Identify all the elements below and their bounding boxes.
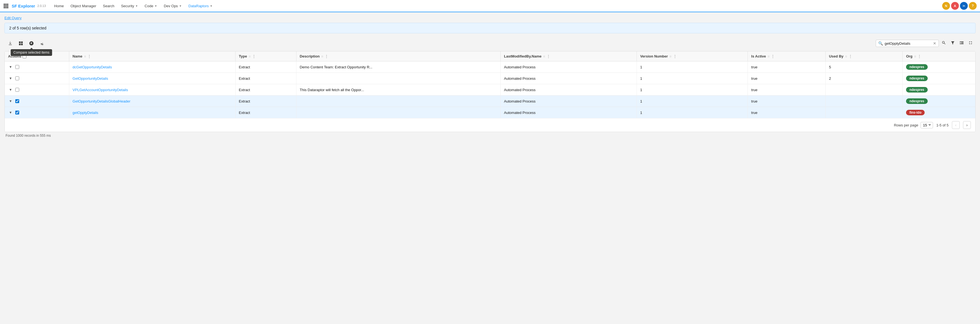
nav-security-chevron: ▼ bbox=[135, 5, 138, 8]
compare-tooltip-wrapper: Compare selected items bbox=[27, 39, 36, 48]
org-badge-2[interactable]: ndespres bbox=[906, 87, 928, 92]
col-name-label: Name bbox=[73, 54, 82, 58]
col-last-modified-label: LastModifiedBy.Name bbox=[504, 54, 541, 58]
cell-type-2: Extract bbox=[235, 84, 296, 95]
cell-version-4: 1 bbox=[636, 107, 748, 118]
col-description-label: Description bbox=[300, 54, 320, 58]
col-org-menu[interactable]: ⋮ bbox=[918, 54, 921, 58]
table-row: ▼ GetOpportunityDetails Extract Automate… bbox=[5, 73, 975, 84]
avatar-a[interactable]: A bbox=[951, 2, 959, 10]
col-type-menu[interactable]: ⋮ bbox=[252, 54, 256, 58]
filter-button[interactable] bbox=[949, 39, 957, 48]
row-expander-3[interactable]: ▼ bbox=[8, 98, 13, 104]
nav-home[interactable]: Home bbox=[51, 0, 67, 12]
row-checkbox-4[interactable] bbox=[15, 111, 19, 114]
nav-devops[interactable]: Dev Ops ▼ bbox=[161, 0, 185, 12]
col-description: Description ≡ ⋮ bbox=[296, 51, 500, 61]
cell-actions-0: ▼ bbox=[5, 61, 69, 73]
search-input[interactable] bbox=[885, 41, 931, 46]
row-checkbox-1[interactable] bbox=[15, 76, 19, 80]
cell-org-3: ndespres bbox=[903, 95, 975, 107]
org-badge-1[interactable]: ndespres bbox=[906, 76, 928, 81]
app-logo: SF Explorer bbox=[12, 3, 35, 8]
org-badge-0[interactable]: ndespres bbox=[906, 64, 928, 70]
selected-count: 2 of 5 row(s) selected bbox=[9, 26, 46, 30]
compare-button[interactable] bbox=[27, 39, 36, 48]
nav-search-label: Search bbox=[103, 4, 114, 8]
search-box: 🔍 ✕ bbox=[876, 40, 939, 47]
cell-description-3 bbox=[296, 95, 500, 107]
avatar-help[interactable]: ? bbox=[969, 2, 977, 10]
top-navigation: SF Explorer 2.0.13 Home Object Manager S… bbox=[0, 0, 980, 12]
row-checkbox-0[interactable] bbox=[15, 65, 19, 69]
nav-security[interactable]: Security ▼ bbox=[118, 0, 141, 12]
table-row: ▼ GetOpportunityDetailsGlobalHeader Extr… bbox=[5, 95, 975, 107]
col-is-active-menu[interactable]: ⋮ bbox=[771, 54, 775, 58]
cell-type-0: Extract bbox=[235, 61, 296, 73]
cell-is-active-2: true bbox=[748, 84, 826, 95]
row-checkbox-3[interactable] bbox=[15, 99, 19, 103]
grid-view-button[interactable] bbox=[16, 39, 25, 48]
cell-version-0: 1 bbox=[636, 61, 748, 73]
col-actions-label: Actions bbox=[8, 54, 21, 58]
avatar-n[interactable]: N bbox=[942, 2, 950, 10]
col-used-by-sep: ≡ bbox=[845, 54, 847, 58]
swap-button[interactable] bbox=[37, 39, 47, 48]
col-type-label: Type bbox=[239, 54, 247, 58]
search-clear-icon[interactable]: ✕ bbox=[933, 41, 936, 46]
col-used-by-menu[interactable]: ⋮ bbox=[849, 54, 852, 58]
rows-per-page-select[interactable]: 10 15 25 50 bbox=[921, 122, 933, 129]
avatar-linkedin[interactable]: in bbox=[960, 2, 968, 10]
svg-rect-3 bbox=[4, 5, 5, 7]
org-badge-4[interactable]: fins-ido bbox=[906, 110, 925, 115]
nav-code[interactable]: Code ▼ bbox=[142, 0, 160, 12]
org-badge-3[interactable]: ndespres bbox=[906, 98, 928, 104]
col-type-sep: ≡ bbox=[249, 54, 251, 58]
prev-page-button[interactable]: ‹ bbox=[952, 121, 960, 129]
nav-code-label: Code bbox=[145, 4, 153, 8]
row-expander-2[interactable]: ▼ bbox=[8, 87, 13, 92]
cell-is-active-3: true bbox=[748, 95, 826, 107]
toolbar: Compare selected items 🔍 ✕ bbox=[5, 37, 975, 50]
columns-button[interactable] bbox=[958, 39, 966, 48]
row-expander-1[interactable]: ▼ bbox=[8, 76, 13, 81]
nav-dataraptors-label: DataRaptors bbox=[189, 4, 209, 8]
pagination-info: 1-5 of 5 bbox=[936, 123, 948, 127]
cell-actions-4: ▼ bbox=[5, 107, 69, 118]
svg-rect-0 bbox=[4, 3, 5, 5]
svg-rect-2 bbox=[7, 3, 8, 5]
cell-last-modified-1: Automated Process bbox=[501, 73, 637, 84]
cell-type-3: Extract bbox=[235, 95, 296, 107]
cell-description-2: This Dataraptor will fetch all the Oppor… bbox=[296, 84, 500, 95]
cell-last-modified-3: Automated Process bbox=[501, 95, 637, 107]
main-content: Edit Query 2 of 5 row(s) selected Compar… bbox=[0, 12, 980, 143]
edit-query-link[interactable]: Edit Query bbox=[5, 16, 21, 20]
col-description-menu[interactable]: ⋮ bbox=[325, 54, 328, 58]
next-page-button[interactable]: › bbox=[963, 121, 971, 129]
cell-actions-2: ▼ bbox=[5, 84, 69, 95]
select-all-checkbox[interactable] bbox=[22, 54, 26, 58]
row-checkbox-2[interactable] bbox=[15, 88, 19, 92]
col-last-modified-menu[interactable]: ⋮ bbox=[547, 54, 550, 58]
row-expander-0[interactable]: ▼ bbox=[8, 64, 13, 70]
col-name-sep: ≡ bbox=[84, 54, 86, 58]
cell-description-4 bbox=[296, 107, 500, 118]
nav-object-manager[interactable]: Object Manager bbox=[68, 0, 99, 12]
grid-icon[interactable] bbox=[3, 3, 8, 8]
fullscreen-button[interactable] bbox=[967, 39, 974, 48]
download-button[interactable] bbox=[6, 39, 15, 48]
table-row: ▼ dcGetOpportunityDetails Extract Demo C… bbox=[5, 61, 975, 73]
nav-devops-chevron: ▼ bbox=[179, 5, 182, 8]
col-version-menu[interactable]: ⋮ bbox=[673, 54, 676, 58]
col-type: Type ≡ ⋮ bbox=[235, 51, 296, 61]
col-name-menu[interactable]: ⋮ bbox=[88, 54, 91, 58]
row-expander-4[interactable]: ▼ bbox=[8, 110, 13, 115]
search-submit-button[interactable] bbox=[940, 39, 948, 48]
rows-per-page-container: Rows per page 10 15 25 50 bbox=[894, 122, 933, 129]
col-name: Name ≡ ⋮ bbox=[69, 51, 235, 61]
cell-name-0: dcGetOpportunityDetails bbox=[69, 61, 235, 73]
nav-dataraptors[interactable]: DataRaptors ▼ bbox=[186, 0, 216, 12]
cell-actions-1: ▼ bbox=[5, 73, 69, 84]
col-actions: Actions bbox=[5, 51, 69, 61]
nav-search[interactable]: Search bbox=[100, 0, 117, 12]
